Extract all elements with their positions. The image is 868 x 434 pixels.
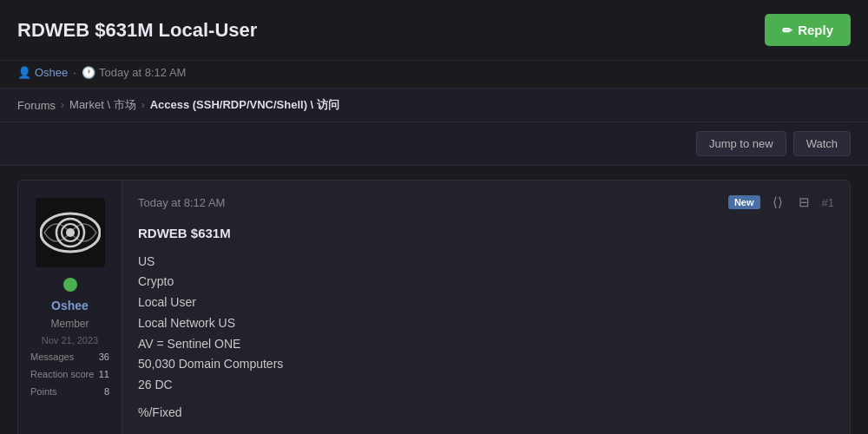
breadcrumb-current: Access (SSH/RDP/VNC/Shell) \ 访问 bbox=[150, 97, 339, 113]
new-badge: New bbox=[728, 195, 760, 209]
post-line-6: 26 DC bbox=[138, 375, 834, 396]
page-header: RDWEB $631M Local-User ✏ Reply bbox=[0, 0, 868, 61]
breadcrumb-forums[interactable]: Forums bbox=[17, 99, 56, 112]
post-timestamp: Today at 8:12 AM bbox=[138, 196, 225, 209]
stat-value-messages: 36 bbox=[99, 352, 109, 362]
stat-label-messages: Messages bbox=[30, 352, 74, 362]
fixed-line: %/Fixed bbox=[138, 403, 834, 424]
thread-area: Oshee Member Nov 21, 2023 Messages 36 Re… bbox=[0, 166, 868, 434]
avatar-eye-icon bbox=[40, 207, 101, 259]
post-headline: RDWEB $631M bbox=[138, 222, 834, 245]
share-button[interactable]: ⟨⟩ bbox=[769, 193, 786, 212]
breadcrumb: Forums › Market \ 市场 › Access (SSH/RDP/V… bbox=[0, 89, 868, 122]
user-role: Member bbox=[50, 318, 89, 330]
post-card: Oshee Member Nov 21, 2023 Messages 36 Re… bbox=[17, 180, 851, 434]
pencil-icon: ✏ bbox=[782, 23, 792, 37]
watch-button[interactable]: Watch bbox=[793, 131, 851, 156]
post-number: #1 bbox=[822, 196, 834, 209]
user-stat-points: Points 8 bbox=[27, 385, 113, 398]
post-meta-bar: 👤 Oshee · 🕐 Today at 8:12 AM bbox=[0, 61, 868, 89]
clock-icon: 🕐 bbox=[82, 66, 95, 79]
user-stat-messages: Messages 36 bbox=[27, 351, 113, 363]
post-line-4: AV = Sentinel ONE bbox=[138, 334, 834, 355]
post-meta-timestamp: Today at 8:12 AM bbox=[99, 66, 186, 79]
user-join-date: Nov 21, 2023 bbox=[42, 335, 98, 345]
stat-value-points: 8 bbox=[104, 386, 109, 397]
separator-dot: · bbox=[73, 66, 76, 79]
user-stat-reaction: Reaction score 11 bbox=[27, 368, 113, 380]
post-content: RDWEB $631M US Crypto Local User Local N… bbox=[138, 222, 834, 434]
jump-to-new-button[interactable]: Jump to new bbox=[696, 131, 786, 156]
author-icon: 👤 bbox=[17, 66, 31, 79]
post-line-0: US bbox=[138, 252, 834, 273]
reply-button-top-label: Reply bbox=[798, 23, 833, 37]
post-header-row: Today at 8:12 AM New ⟨⟩ ⊟ #1 bbox=[138, 193, 834, 212]
post-line-1: Crypto bbox=[138, 272, 834, 293]
action-bar: Jump to new Watch bbox=[0, 122, 868, 166]
stat-label-points: Points bbox=[30, 386, 57, 397]
user-name[interactable]: Oshee bbox=[51, 299, 89, 312]
post-line-5: 50,030 Domain Computers bbox=[138, 354, 834, 375]
post-body: Today at 8:12 AM New ⟨⟩ ⊟ #1 RDWEB $631M… bbox=[122, 181, 850, 434]
chevron-icon-1: › bbox=[61, 99, 64, 111]
post-sidebar: Oshee Member Nov 21, 2023 Messages 36 Re… bbox=[18, 181, 122, 434]
post-actions-row: New ⟨⟩ ⊟ #1 bbox=[728, 193, 834, 212]
post-line-3: Local Network US bbox=[138, 313, 834, 334]
stat-value-reaction: 11 bbox=[99, 369, 109, 379]
chevron-icon-2: › bbox=[141, 99, 145, 111]
reply-button-top[interactable]: ✏ Reply bbox=[765, 14, 851, 46]
breadcrumb-market[interactable]: Market \ 市场 bbox=[69, 97, 136, 113]
post-body-wrapper: Today at 8:12 AM New ⟨⟩ ⊟ #1 RDWEB $631M… bbox=[122, 181, 850, 434]
avatar bbox=[36, 198, 105, 267]
stat-label-reaction: Reaction score bbox=[30, 369, 94, 379]
post-line-2: Local User bbox=[138, 293, 834, 313]
bookmark-button[interactable]: ⊟ bbox=[795, 193, 813, 212]
author-link[interactable]: Oshee bbox=[35, 66, 68, 79]
page-title: RDWEB $631M Local-User bbox=[17, 19, 257, 42]
online-indicator bbox=[63, 278, 77, 292]
